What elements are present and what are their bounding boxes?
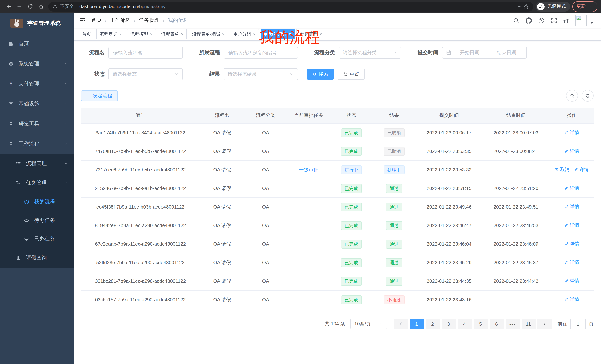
header-search-icon[interactable] bbox=[513, 17, 519, 24]
browser-home-icon[interactable] bbox=[38, 4, 44, 9]
not-secure-icon bbox=[53, 4, 57, 9]
detail-link[interactable]: 详情 bbox=[564, 185, 579, 192]
detail-link[interactable]: 详情 bbox=[574, 167, 589, 173]
close-icon[interactable]: × bbox=[119, 32, 122, 36]
edit-icon bbox=[564, 205, 569, 209]
bookmark-star-icon[interactable] bbox=[523, 4, 529, 9]
sidebar-item-label: 流程管理 bbox=[26, 160, 47, 167]
close-icon[interactable]: × bbox=[222, 32, 225, 36]
submit-time-range-picker[interactable]: 开始日期 - 结束日期 bbox=[442, 47, 527, 59]
close-icon[interactable]: × bbox=[181, 32, 183, 36]
jump-page-input[interactable] bbox=[570, 319, 586, 329]
tab-0[interactable]: 首页 bbox=[79, 29, 94, 39]
sidebar-item-1[interactable]: 系统管理 bbox=[0, 54, 74, 74]
page-button-6[interactable]: 6 bbox=[489, 319, 503, 329]
process-name-input[interactable] bbox=[109, 47, 183, 59]
filter-result-label: 结果 bbox=[192, 71, 220, 77]
tab-2[interactable]: 流程模型× bbox=[127, 29, 156, 39]
page-button-1[interactable]: 1 bbox=[410, 319, 424, 329]
detail-link[interactable]: 详情 bbox=[564, 222, 579, 229]
page-content: 流程名 所属流程 流程分类 请选择流程分类 提交时间 bbox=[74, 41, 601, 364]
edit-icon bbox=[564, 130, 569, 135]
detail-link[interactable]: 详情 bbox=[564, 278, 579, 284]
sidebar-item-0[interactable]: 首页 bbox=[0, 34, 74, 54]
reset-button[interactable]: 重置 bbox=[338, 69, 365, 80]
sidebar-item-7[interactable]: 任务管理 bbox=[0, 173, 74, 192]
submit-time: 2022-01-22 23:46:04 bbox=[416, 235, 482, 253]
detail-link[interactable]: 详情 bbox=[564, 204, 579, 210]
sidebar-item-2[interactable]: ¥支付管理 bbox=[0, 74, 74, 94]
process-id-input[interactable] bbox=[224, 47, 298, 59]
sidebar-item-4[interactable]: 研发工具 bbox=[0, 114, 74, 134]
result-select[interactable]: 请选择流结果 bbox=[224, 68, 298, 80]
browser-back-icon[interactable] bbox=[6, 4, 11, 9]
app-logo[interactable]: 芋道管理系统 bbox=[0, 13, 74, 34]
font-size-icon[interactable]: TT bbox=[563, 17, 569, 24]
detail-link[interactable]: 详情 bbox=[564, 297, 579, 303]
page-button-11[interactable]: 11 bbox=[521, 319, 535, 329]
page-size-select[interactable]: 10条/页 bbox=[350, 319, 387, 329]
close-icon[interactable]: × bbox=[253, 32, 256, 36]
cancel-link[interactable]: 取消 bbox=[555, 167, 570, 173]
help-icon[interactable] bbox=[538, 17, 544, 24]
close-icon[interactable]: × bbox=[150, 32, 153, 36]
tab-3[interactable]: 流程表单× bbox=[158, 29, 187, 39]
tab-1[interactable]: 流程定义× bbox=[96, 29, 125, 39]
password-key-icon[interactable] bbox=[516, 4, 521, 9]
process-table: 编号流程名流程分类当前审批任务状态结果提交时间结束时间操作 3ad174fb-7… bbox=[81, 108, 594, 309]
search-icon bbox=[570, 93, 574, 98]
process-category: OA bbox=[244, 216, 287, 235]
detail-link[interactable]: 详情 bbox=[564, 241, 579, 247]
browser-reload-icon[interactable] bbox=[28, 4, 33, 9]
sidebar-item-5[interactable]: 工作流程 bbox=[0, 134, 74, 154]
sidebar-item-10[interactable]: 已办任务 bbox=[0, 230, 74, 248]
browser-toolbar: 不安全 dashboard.yudao.iocoder.cn/bpm/task/… bbox=[0, 0, 601, 13]
process-name: OA 请假 bbox=[200, 290, 244, 309]
browser-forward-icon[interactable] bbox=[17, 4, 22, 9]
sidebar-item-3[interactable]: 基础设施 bbox=[0, 94, 74, 114]
page-ellipsis[interactable]: ••• bbox=[505, 319, 520, 329]
breadcrumb-home[interactable]: 首页 bbox=[91, 17, 102, 24]
current-task-link[interactable]: 一级审批 bbox=[299, 167, 318, 172]
detail-link[interactable]: 详情 bbox=[564, 259, 579, 266]
prev-page-button[interactable] bbox=[393, 319, 408, 329]
chevron-down-icon bbox=[64, 62, 68, 66]
submit-time: 2022-01-22 23:44:35 bbox=[416, 272, 482, 290]
refresh-icon bbox=[585, 93, 590, 98]
user-avatar[interactable] bbox=[575, 15, 595, 26]
sidebar-toggle-icon[interactable] bbox=[80, 17, 86, 24]
status-select[interactable]: 请选择状态 bbox=[109, 68, 183, 80]
next-page-button[interactable] bbox=[537, 319, 551, 329]
search-button[interactable]: 搜索 bbox=[307, 69, 334, 80]
sidebar-item-11[interactable]: 请假查询 bbox=[0, 248, 74, 268]
sidebar-item-6[interactable]: 流程管理 bbox=[0, 154, 74, 173]
end-time: 2022-01-23 00:07:03 bbox=[482, 123, 550, 142]
toggle-search-button[interactable] bbox=[566, 90, 578, 102]
tab-4[interactable]: 流程表单-编辑× bbox=[189, 29, 228, 39]
tab-5[interactable]: 用户分组× bbox=[230, 29, 259, 39]
sidebar-item-8[interactable]: 我的流程 bbox=[0, 192, 74, 211]
breadcrumb-workflow[interactable]: 工作流程 bbox=[110, 17, 131, 24]
page-button-4[interactable]: 4 bbox=[457, 319, 471, 329]
browser-update-button[interactable]: 更新 bbox=[572, 1, 597, 12]
sidebar-item-9[interactable]: 待办任务 bbox=[0, 211, 74, 230]
browser-menu-icon[interactable] bbox=[589, 4, 593, 9]
process-name: OA 请假 bbox=[200, 142, 244, 161]
github-icon[interactable] bbox=[525, 17, 532, 24]
refresh-table-button[interactable] bbox=[582, 90, 594, 102]
address-bar[interactable]: 不安全 dashboard.yudao.iocoder.cn/bpm/task/… bbox=[48, 2, 533, 11]
breadcrumb-task[interactable]: 任务管理 bbox=[139, 17, 160, 24]
fullscreen-icon[interactable] bbox=[551, 17, 557, 24]
category-select[interactable]: 请选择流程分类 bbox=[339, 47, 401, 59]
detail-link[interactable]: 详情 bbox=[564, 130, 579, 136]
edit-icon bbox=[564, 223, 569, 228]
page-button-5[interactable]: 5 bbox=[473, 319, 488, 329]
status-badge: 已完成 bbox=[341, 128, 362, 137]
submit-time: 2022-01-22 23:46:47 bbox=[416, 216, 482, 235]
detail-link[interactable]: 详情 bbox=[564, 148, 579, 154]
page-button-3[interactable]: 3 bbox=[441, 319, 456, 329]
page-button-2[interactable]: 2 bbox=[425, 319, 440, 329]
start-process-button[interactable]: 发起流程 bbox=[81, 90, 118, 101]
process-id: 03c6c157-7b9a-11ec-a290-acde48001122 bbox=[81, 290, 200, 309]
process-category: OA bbox=[244, 198, 287, 216]
